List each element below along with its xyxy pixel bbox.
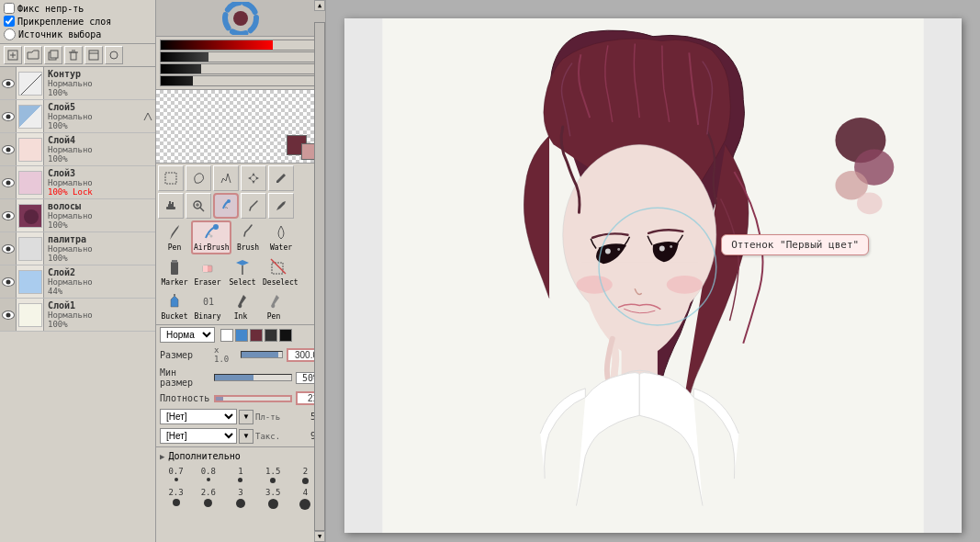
attach-checkbox[interactable] [4, 16, 15, 27]
layer-visibility[interactable] [0, 133, 17, 165]
brush-label[interactable]: Brush [231, 221, 265, 254]
pan-tool[interactable] [158, 193, 184, 219]
fix-checkbox[interactable] [4, 3, 15, 14]
layer-settings-button[interactable] [84, 46, 103, 64]
color-preset-black[interactable] [279, 329, 292, 342]
layer-visibility[interactable] [0, 299, 17, 331]
dropdown1-btn[interactable]: ▼ [239, 410, 253, 424]
dropdown2-prefix: Такс. [255, 432, 292, 441]
brush-tool[interactable] [241, 193, 266, 219]
layer-visibility[interactable] [0, 265, 17, 298]
layer-visibility[interactable] [0, 100, 17, 132]
layer-item[interactable]: Слой4 Нормально 100% [0, 133, 155, 166]
size-dot-26[interactable]: 2.6 [194, 488, 222, 510]
size-dot-label-15: 1.5 [265, 467, 280, 476]
slider-dark1[interactable] [160, 51, 321, 62]
dropdown2-btn[interactable]: ▼ [239, 429, 253, 444]
layer-item[interactable]: Слой1 Нормально 100% [0, 299, 155, 332]
fix-label: Фикс непр-ть [17, 4, 84, 14]
color-wheel[interactable] [213, 2, 268, 35]
scroll-down-arrow[interactable]: ▼ [314, 531, 325, 542]
marker-text: Marker [160, 278, 189, 287]
eraser-text: Eraser [193, 278, 222, 287]
binary-label[interactable]: 01 Binary [191, 290, 224, 322]
layer-visibility[interactable] [0, 166, 17, 198]
dropdown2-row: [Нет] ▼ Такс. 95 [160, 428, 321, 444]
lasso-tool[interactable] [186, 165, 211, 191]
move-tool[interactable] [241, 165, 266, 191]
color-presets [220, 329, 292, 342]
airbrush-tool[interactable] [213, 193, 239, 219]
scroll-up-arrow[interactable]: ▲ [314, 0, 325, 11]
slider-red[interactable] [160, 40, 321, 51]
new-folder-button[interactable] [24, 46, 42, 64]
brush-settings: Норма Размер x 1.0 Мин размер [156, 325, 325, 446]
auto-select-tool[interactable] [213, 165, 239, 191]
selection-rect-tool[interactable] [158, 165, 184, 191]
size-dot-07[interactable]: 0.7 [162, 467, 190, 484]
pen2-label[interactable]: Pen [257, 290, 290, 322]
size-dot-1[interactable]: 1 [226, 467, 254, 484]
layer-visibility[interactable] [0, 232, 17, 265]
dropdown2-select[interactable]: [Нет] [160, 428, 237, 444]
slider-dark2[interactable] [160, 63, 321, 74]
pen-tool-btn[interactable] [268, 193, 294, 219]
water-label[interactable]: Water [265, 221, 298, 254]
size-dot-23[interactable]: 2.3 [162, 488, 190, 510]
layer-item[interactable]: Слой5 Нормально 100% [0, 100, 155, 133]
size-dot-3[interactable]: 3 [226, 488, 254, 510]
size-dots-grid: 0.7 0.8 1 1.5 2 2.3 [160, 463, 321, 514]
layer-item[interactable]: Слой3 Нормально 100% Lock [0, 166, 155, 199]
eraser-label[interactable]: Eraser [191, 256, 224, 288]
color-preset-blue[interactable] [235, 329, 248, 342]
additional-header[interactable]: ▶ Дополнительно [160, 449, 321, 463]
eye-icon [2, 79, 15, 88]
size-dot-15[interactable]: 1.5 [259, 467, 287, 484]
layer-mode: Нормально [48, 145, 152, 154]
density-slider[interactable] [214, 395, 292, 402]
size-dot-35[interactable]: 3.5 [259, 488, 287, 510]
svg-point-18 [276, 181, 278, 183]
color-preset-dark[interactable] [250, 329, 263, 342]
canvas-surface[interactable]: Оттенок "Первый цвет" [344, 18, 962, 533]
zoom-tool[interactable] [186, 193, 211, 219]
svg-line-24 [200, 208, 204, 211]
bucket-label[interactable]: Bucket [158, 290, 191, 322]
fix-row: Фикс непр-ть [4, 2, 152, 15]
copy-layer-button[interactable] [44, 46, 62, 64]
ink-label[interactable]: Ink [224, 290, 257, 322]
merge-button[interactable] [105, 46, 123, 64]
deselect-label-cell[interactable]: Deselect [261, 256, 298, 288]
source-radio[interactable] [4, 28, 16, 40]
color-preset-white[interactable] [220, 329, 233, 342]
layer-thumb [17, 166, 44, 198]
pen-label[interactable]: Pen [158, 221, 191, 254]
size-dot-icon-08 [207, 478, 210, 481]
eyedropper-tool[interactable] [268, 165, 294, 191]
blend-mode-select[interactable]: Норма [160, 327, 215, 343]
select-label-cell[interactable]: Select [224, 256, 261, 288]
layer-visibility[interactable] [0, 67, 17, 99]
delete-layer-button[interactable] [64, 46, 83, 64]
size-dot-08[interactable]: 0.8 [194, 467, 222, 484]
layer-item[interactable]: Контур Нормально 100% [0, 67, 155, 100]
min-size-slider[interactable] [214, 374, 292, 381]
layer-item[interactable]: Слой2 Нормально 44% [0, 265, 155, 299]
color-preset-darkgray[interactable] [265, 329, 277, 342]
additional-section: ▶ Дополнительно 0.7 0.8 1 1.5 2 [156, 446, 325, 515]
slider-dark3[interactable] [160, 75, 321, 86]
layer-item[interactable]: палитра Нормально 100% [0, 232, 155, 265]
new-layer-button[interactable] [4, 46, 22, 64]
layer-name: Слой4 [48, 135, 152, 145]
select-text: Select [226, 278, 259, 287]
middle-scrollbar[interactable]: ▲ ▼ [314, 0, 325, 542]
middle-panel: ≡ ⇄ [156, 0, 326, 542]
dropdown1-select[interactable]: [Нет] [160, 409, 237, 424]
airbrush-label[interactable]: AirBrush [191, 220, 231, 254]
layer-item[interactable]: волосы Нормально 100% [0, 199, 155, 232]
layer-name: Слой3 [48, 168, 152, 178]
pen2-text: Pen [259, 312, 288, 321]
layer-visibility[interactable] [0, 199, 17, 231]
marker-label[interactable]: Marker [158, 256, 191, 288]
size-slider[interactable] [241, 351, 283, 358]
